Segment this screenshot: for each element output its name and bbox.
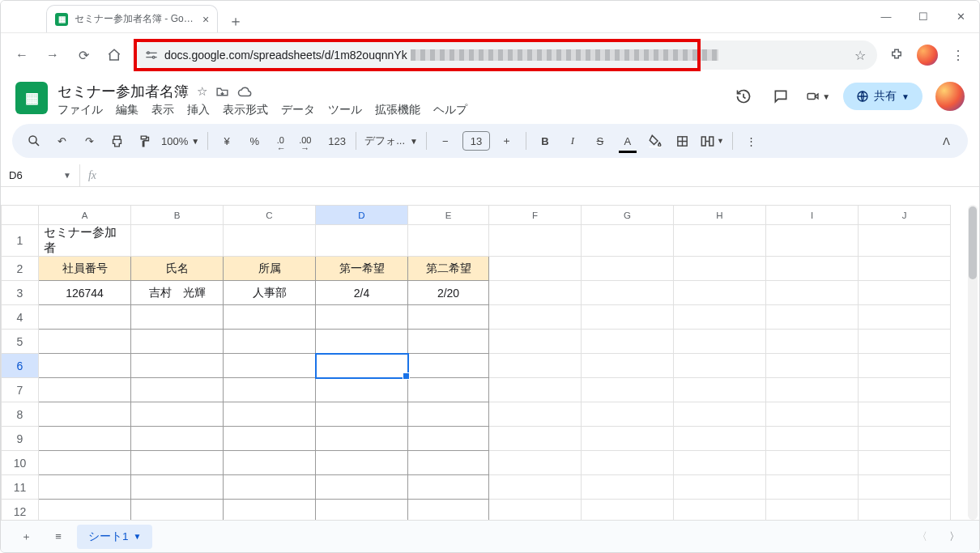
row-header-2[interactable]: 2 <box>2 257 39 281</box>
cell-H9[interactable] <box>674 427 766 451</box>
increase-decimal-button[interactable]: .00→ <box>299 130 320 151</box>
format-percent-button[interactable]: % <box>244 130 265 151</box>
nav-forward-button[interactable]: → <box>41 44 64 66</box>
nav-reload-button[interactable]: ⟳ <box>72 44 95 66</box>
cell-G8[interactable] <box>582 402 674 427</box>
cell-A1[interactable]: セミナー参加者 <box>39 225 131 257</box>
cell-D1[interactable] <box>316 225 408 257</box>
cell-J3[interactable] <box>859 281 951 305</box>
cell-F10[interactable] <box>489 451 582 475</box>
cell-B9[interactable] <box>131 427 224 451</box>
cell-G12[interactable] <box>582 500 674 521</box>
cell-C5[interactable] <box>224 330 316 354</box>
cell-D11[interactable] <box>316 475 408 500</box>
cell-A2[interactable]: 社員番号 <box>39 257 131 281</box>
row-header-4[interactable]: 4 <box>2 305 39 330</box>
cell-F7[interactable] <box>489 378 582 402</box>
toolbar-more-button[interactable]: ⋮ <box>741 130 762 151</box>
row-header-12[interactable]: 12 <box>2 500 39 521</box>
col-header-E[interactable]: E <box>408 206 489 225</box>
menu-help[interactable]: ヘルプ <box>433 103 467 117</box>
cell-H3[interactable] <box>674 281 766 305</box>
print-button[interactable] <box>106 130 127 151</box>
row-header-1[interactable]: 1 <box>2 225 39 257</box>
cell-E2[interactable]: 第二希望 <box>408 257 489 281</box>
fill-color-button[interactable] <box>645 130 666 151</box>
cell-H12[interactable] <box>674 500 766 521</box>
cell-B8[interactable] <box>131 402 224 427</box>
cell-J5[interactable] <box>859 330 951 354</box>
cell-H6[interactable] <box>674 354 766 378</box>
sheet-tab-menu-icon[interactable]: ▼ <box>134 532 142 541</box>
name-box-dropdown-icon[interactable]: ▼ <box>63 171 71 180</box>
move-document-icon[interactable] <box>215 84 229 100</box>
cell-I8[interactable] <box>766 402 859 427</box>
cell-A7[interactable] <box>39 378 131 402</box>
cell-H2[interactable] <box>674 257 766 281</box>
cell-J11[interactable] <box>859 475 951 500</box>
all-sheets-button[interactable]: ≡ <box>45 525 72 549</box>
cell-F3[interactable] <box>489 281 582 305</box>
cell-A3[interactable]: 126744 <box>39 281 131 305</box>
cell-F8[interactable] <box>489 402 582 427</box>
cell-B6[interactable] <box>131 354 224 378</box>
cell-B5[interactable] <box>131 330 224 354</box>
search-menu-icon[interactable] <box>23 130 45 151</box>
cell-E3[interactable]: 2/20 <box>408 281 489 305</box>
cell-I9[interactable] <box>766 427 859 451</box>
vertical-scrollbar[interactable] <box>968 205 978 520</box>
text-color-button[interactable]: A <box>617 130 638 151</box>
cell-F11[interactable] <box>489 475 582 500</box>
cell-C10[interactable] <box>224 451 316 475</box>
browser-menu-icon[interactable]: ⋮ <box>947 44 969 66</box>
cell-I10[interactable] <box>766 451 859 475</box>
cell-J2[interactable] <box>859 257 951 281</box>
row-header-10[interactable]: 10 <box>2 451 39 475</box>
cell-G5[interactable] <box>582 330 674 354</box>
cell-G3[interactable] <box>582 281 674 305</box>
bookmark-star-icon[interactable]: ☆ <box>854 48 866 63</box>
address-bar[interactable]: docs.google.com/spreadsheets/d/1m82ouqnn… <box>134 40 877 70</box>
cell-G6[interactable] <box>582 354 674 378</box>
document-title[interactable]: セミナー参加者名簿 <box>58 82 189 101</box>
cell-E8[interactable] <box>408 402 489 427</box>
cell-E12[interactable] <box>408 500 489 521</box>
cell-H4[interactable] <box>674 305 766 330</box>
cell-I3[interactable] <box>766 281 859 305</box>
cell-E10[interactable] <box>408 451 489 475</box>
cell-C6[interactable] <box>224 354 316 378</box>
share-button[interactable]: 共有 ▼ <box>843 83 922 110</box>
cell-E5[interactable] <box>408 330 489 354</box>
cell-A4[interactable] <box>39 305 131 330</box>
history-icon[interactable] <box>731 84 756 108</box>
formula-input[interactable] <box>104 164 979 186</box>
cell-G2[interactable] <box>582 257 674 281</box>
redo-button[interactable]: ↷ <box>79 130 100 151</box>
cell-A10[interactable] <box>39 451 131 475</box>
cell-A5[interactable] <box>39 330 131 354</box>
menu-tools[interactable]: ツール <box>328 103 362 117</box>
nav-home-button[interactable] <box>103 44 126 66</box>
cell-I1[interactable] <box>766 225 859 257</box>
cell-D9[interactable] <box>316 427 408 451</box>
cloud-status-icon[interactable] <box>237 83 252 99</box>
cell-H5[interactable] <box>674 330 766 354</box>
browser-profile-avatar[interactable] <box>916 44 939 66</box>
cell-D10[interactable] <box>316 451 408 475</box>
menu-file[interactable]: ファイル <box>58 103 103 117</box>
cell-B1[interactable] <box>131 225 224 257</box>
cell-F6[interactable] <box>489 354 582 378</box>
account-avatar[interactable] <box>935 82 965 111</box>
cell-J7[interactable] <box>859 378 951 402</box>
cell-B7[interactable] <box>131 378 224 402</box>
cell-E1[interactable] <box>408 225 489 257</box>
new-tab-button[interactable]: ＋ <box>224 10 247 32</box>
cell-C11[interactable] <box>224 475 316 500</box>
increase-font-button[interactable]: ＋ <box>496 130 518 151</box>
cell-I2[interactable] <box>766 257 859 281</box>
cell-D7[interactable] <box>316 378 408 402</box>
window-close-button[interactable]: ✕ <box>942 0 979 32</box>
col-header-G[interactable]: G <box>582 206 674 225</box>
cell-B3[interactable]: 吉村 光輝 <box>131 281 224 305</box>
cell-A6[interactable] <box>39 354 131 378</box>
